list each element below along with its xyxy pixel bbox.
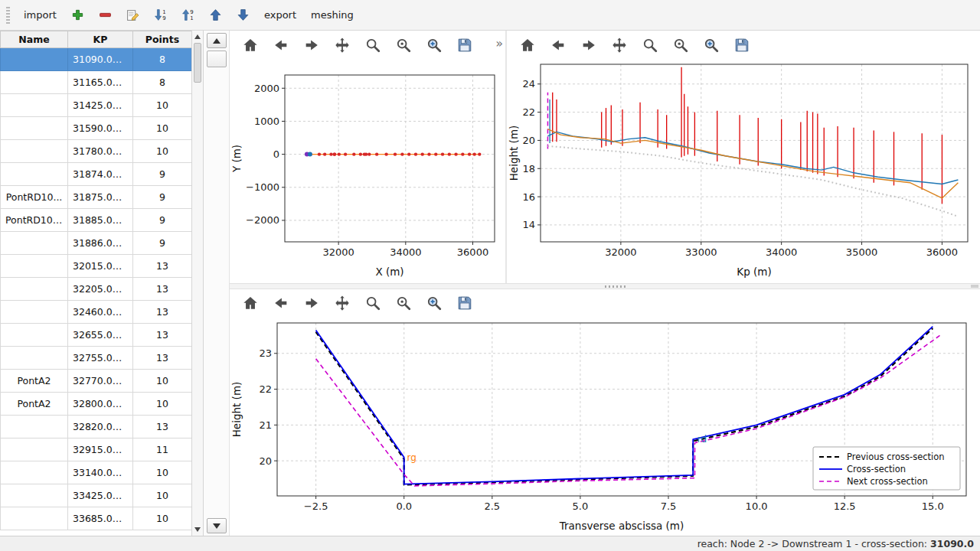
points-cell: 9 (133, 163, 192, 186)
table-row[interactable]: PontA232800.000010 (1, 393, 192, 416)
kp-cell: 32915.0000 (68, 439, 133, 461)
points-cell: 13 (133, 416, 192, 439)
kp-cell: 31875.0000 (68, 186, 133, 209)
name-cell (1, 71, 68, 94)
table-row[interactable]: 32655.000013 (1, 324, 192, 347)
table-row[interactable]: PontRD101v31885.00009 (1, 209, 192, 232)
import-button[interactable]: import (18, 6, 63, 24)
svg-text:7.5: 7.5 (661, 500, 677, 512)
zoom-original-button[interactable] (390, 292, 416, 315)
table-row[interactable]: PontRD10...31875.00009 (1, 186, 192, 209)
toolbar-overflow-button[interactable]: » (495, 36, 503, 51)
main-area: Name KP Points 31090.0000831165.00008314… (0, 31, 980, 536)
save-button[interactable] (729, 34, 755, 57)
forward-button[interactable] (299, 34, 325, 57)
home-button[interactable] (237, 34, 263, 57)
table-row[interactable]: 31425.000010 (1, 94, 192, 117)
section-scrollbar[interactable] (204, 31, 230, 536)
section-scrollbar-thumb[interactable] (207, 51, 227, 67)
sort-ascending-button[interactable]: 19 (148, 5, 173, 24)
remove-button[interactable] (93, 5, 118, 24)
table-row[interactable]: 33685.000010 (1, 507, 192, 530)
forward-button[interactable] (576, 34, 602, 57)
back-button[interactable] (268, 34, 294, 57)
save-button[interactable] (452, 34, 478, 57)
table-row[interactable]: 32820.000013 (1, 416, 192, 439)
home-icon (242, 295, 259, 311)
section-scroll-down-button[interactable] (207, 518, 227, 533)
status-text: reach: Node 2 -> Downstream 1 - cross-se… (697, 538, 930, 549)
table-scrollbar[interactable] (191, 31, 204, 536)
add-button[interactable] (65, 5, 90, 24)
longitudinal-profile-chart[interactable]: 3200033000340003500036000141618202224Kp … (507, 60, 978, 282)
table-header-row: Name KP Points (1, 31, 192, 48)
sort-descending-button[interactable]: 91 (175, 5, 201, 24)
table-row[interactable]: PontA232770.000010 (1, 370, 192, 393)
table-row[interactable]: 31780.000010 (1, 140, 192, 163)
pan-button[interactable] (606, 34, 632, 57)
sections-table-wrap: Name KP Points 31090.0000831165.00008314… (0, 31, 191, 536)
scroll-up-icon[interactable] (194, 34, 201, 39)
svg-text:33000: 33000 (685, 246, 717, 258)
scroll-down-icon[interactable] (194, 527, 201, 532)
export-button[interactable]: export (258, 6, 302, 24)
table-row[interactable]: 32460.000013 (1, 301, 192, 324)
forward-button[interactable] (299, 292, 325, 315)
table-row[interactable]: 31590.000010 (1, 117, 192, 140)
pan-button[interactable] (329, 292, 355, 315)
table-row[interactable]: 31874.00009 (1, 163, 192, 186)
back-button[interactable] (545, 34, 571, 57)
points-cell: 10 (133, 117, 192, 140)
zoom-rect-button[interactable] (698, 34, 724, 57)
section-scroll-up-button[interactable] (207, 33, 227, 48)
sort-desc-icon: 91 (181, 8, 194, 21)
table-row[interactable]: 33140.000010 (1, 461, 192, 484)
zoom-button[interactable] (360, 292, 386, 315)
meshing-button[interactable]: meshing (305, 6, 360, 24)
save-button[interactable] (452, 292, 478, 315)
zoom-original-button[interactable] (390, 34, 416, 57)
home-icon (519, 37, 536, 54)
cross-section-chart[interactable]: rgrd−2.50.02.55.07.510.012.515.020212223… (230, 317, 977, 536)
zoom-original-button[interactable] (668, 34, 694, 57)
table-row[interactable]: 32915.000011 (1, 439, 192, 461)
plan-view-toolbar: » (230, 31, 505, 60)
column-header-points[interactable]: Points (133, 31, 192, 48)
plan-view-chart[interactable]: 320003400036000−2000−1000010002000X (m)Y… (230, 60, 504, 282)
meshing-label: meshing (311, 9, 354, 21)
horizontal-splitter[interactable] (230, 283, 980, 289)
edit-icon (126, 8, 139, 21)
table-row[interactable]: 32015.000013 (1, 255, 192, 278)
splitter-handle[interactable] (605, 285, 628, 288)
zoom-button[interactable] (637, 34, 663, 57)
move-down-button[interactable] (230, 5, 256, 24)
table-row[interactable]: 33425.000010 (1, 484, 192, 507)
name-cell (1, 439, 68, 461)
edit-button[interactable] (120, 5, 145, 24)
column-header-kp[interactable]: KP (68, 31, 133, 48)
back-button[interactable] (268, 292, 294, 315)
cross-section-panel: rgrd−2.50.02.55.07.510.012.515.020212223… (230, 289, 980, 536)
zoom-rect-button[interactable] (421, 292, 447, 315)
svg-text:1: 1 (162, 9, 165, 15)
svg-text:10.0: 10.0 (746, 500, 768, 512)
column-header-name[interactable]: Name (1, 31, 68, 48)
kp-cell: 33685.0000 (68, 507, 133, 530)
svg-text:36000: 36000 (926, 246, 958, 258)
home-button[interactable] (514, 34, 541, 57)
kp-cell: 31886.0000 (68, 232, 133, 255)
home-button[interactable] (237, 292, 263, 315)
svg-text:Height (m): Height (m) (230, 382, 243, 438)
move-up-button[interactable] (203, 5, 228, 24)
table-row[interactable]: 31886.00009 (1, 232, 192, 255)
svg-text:1: 1 (190, 15, 193, 21)
zoom-rect-button[interactable] (421, 34, 447, 57)
pan-button[interactable] (329, 34, 355, 57)
table-row[interactable]: 31090.00008 (1, 48, 192, 71)
table-row[interactable]: 31165.00008 (1, 71, 192, 94)
table-row[interactable]: 32205.000013 (1, 278, 192, 301)
table-row[interactable]: 32755.000013 (1, 347, 192, 370)
zoom-button[interactable] (360, 34, 386, 57)
svg-text:Next cross-section: Next cross-section (847, 476, 928, 487)
table-scrollbar-thumb[interactable] (194, 43, 201, 83)
